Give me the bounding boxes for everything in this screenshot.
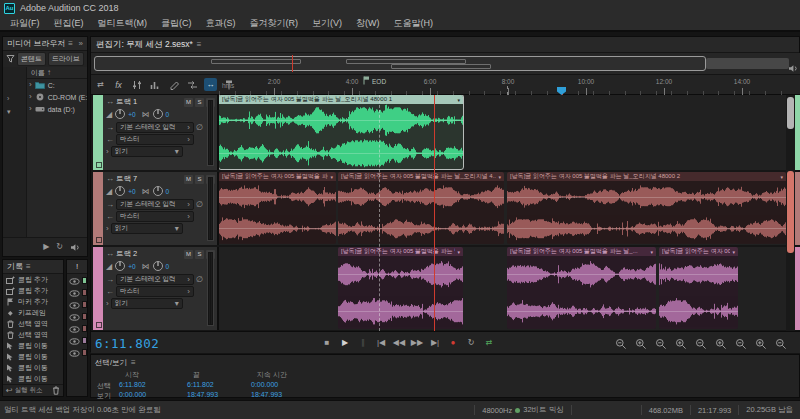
automation-mode-selector[interactable]: 읽기▾ bbox=[111, 223, 183, 234]
menu-item-1[interactable]: 파일(F) bbox=[3, 16, 47, 31]
clip-title-bar[interactable]: [낭독]글 읽어주는 여자 005 불멸떡을 파는 날_오리지널 4...▾ bbox=[338, 172, 504, 181]
track-name[interactable]: 트랙 2 bbox=[116, 249, 182, 259]
menu-item-8[interactable]: 창(W) bbox=[349, 16, 387, 31]
zoom-selection-button[interactable] bbox=[755, 336, 767, 354]
menu-item-6[interactable]: 즐겨찾기(R) bbox=[243, 16, 306, 31]
track-lane[interactable]: [낭독]글 읽어주는 여자 005 불멸떡을 파는 날_오리지널 48000 1… bbox=[219, 95, 786, 170]
effects-rack-icon[interactable]: fx bbox=[112, 78, 125, 91]
clip-menu-icon[interactable]: ▾ bbox=[650, 249, 653, 255]
scrollbar-thumb[interactable] bbox=[787, 97, 794, 129]
history-item[interactable]: 클립 이동 bbox=[3, 351, 63, 362]
zoom-in-point-button[interactable] bbox=[775, 336, 787, 354]
fast-forward-button[interactable]: ▶▶ bbox=[409, 335, 425, 350]
clip-menu-icon[interactable]: ▾ bbox=[457, 97, 460, 103]
loop-preview-icon[interactable]: ↻ bbox=[56, 243, 63, 251]
input-selector[interactable]: 기본 스테레오 입력› bbox=[116, 122, 194, 133]
drive-row[interactable]: ›data (D:) bbox=[27, 103, 87, 115]
mute-button[interactable]: M bbox=[184, 98, 193, 107]
volume-value[interactable]: +0 bbox=[128, 263, 135, 270]
playhead-line[interactable] bbox=[434, 95, 435, 331]
history-item[interactable]: 선택 영역 bbox=[3, 329, 63, 340]
zoom-out-full-button[interactable] bbox=[615, 336, 627, 354]
history-item[interactable]: 키프레임 bbox=[3, 307, 63, 318]
history-item[interactable]: 클립 이동 bbox=[3, 340, 63, 351]
automation-mode-selector[interactable]: 읽기▾ bbox=[111, 146, 183, 157]
slip-tool-icon[interactable] bbox=[186, 78, 199, 91]
menu-item-4[interactable]: 클립(C) bbox=[154, 16, 199, 31]
volume-knob[interactable] bbox=[114, 185, 126, 198]
audio-clip[interactable]: [낭독]글 읽어주는 여자 005 불멸떡을 파는 날_오리지널 48000 1… bbox=[219, 95, 463, 169]
filter-icon[interactable] bbox=[6, 54, 15, 65]
eye-icon[interactable] bbox=[69, 343, 80, 361]
clip-menu-icon[interactable]: ▾ bbox=[330, 174, 333, 180]
chevron-right-icon[interactable]: › bbox=[29, 105, 32, 113]
track-name[interactable]: 트랙 1 bbox=[116, 97, 182, 107]
chevron-right-icon[interactable]: › bbox=[29, 93, 32, 101]
panel-menu-icon[interactable]: ≡ bbox=[26, 263, 31, 271]
pan-value[interactable]: 0 bbox=[166, 111, 170, 118]
menu-item-7[interactable]: 보기(V) bbox=[305, 16, 349, 31]
no-input-monitor-icon[interactable]: ∅ bbox=[196, 124, 203, 132]
volume-value[interactable]: +0 bbox=[128, 188, 135, 195]
selection-value[interactable]: 18:47.993 bbox=[251, 391, 282, 398]
clip-title-bar[interactable]: [낭독]글 읽어주는 여자 005 불멸떡을 파는 날 48...▾ bbox=[659, 247, 738, 256]
input-selector[interactable]: 기본 스테레오 입력› bbox=[116, 274, 194, 285]
razor-tool-icon[interactable] bbox=[168, 78, 181, 91]
history-item[interactable]: 클립 추가 bbox=[3, 285, 63, 296]
undo-label[interactable]: 실행 취소 bbox=[15, 386, 43, 395]
go-to-start-button[interactable]: |◀ bbox=[373, 335, 389, 350]
selection-view-title[interactable]: 선택/보기 ≡ bbox=[95, 358, 136, 368]
loop-playback-button[interactable]: ↻ bbox=[463, 335, 479, 350]
media-browser-tab[interactable]: 미디어 브라우저 ≡ » bbox=[3, 37, 87, 51]
audio-clip[interactable]: [낭독]글 읽어주는 여자 005 불멸떡을 파는 날...▾ bbox=[338, 247, 463, 329]
track-lane[interactable]: [낭독]글 읽어주는 여자 005 불멸떡을 파는 날...▾[낭독]글 읽어주… bbox=[219, 247, 786, 330]
undo-icon[interactable]: ↩ bbox=[6, 387, 13, 395]
history-tab[interactable]: 기록 ≡ bbox=[3, 260, 63, 274]
content-button[interactable]: 콘텐트 bbox=[17, 52, 46, 66]
audio-clip[interactable]: [낭독]글 읽어주는 여자 005 불멸떡을 파는 ...▾ bbox=[219, 172, 336, 244]
drive-row[interactable]: ›C: bbox=[27, 79, 87, 91]
move-tool-icon[interactable]: ↔ bbox=[204, 78, 217, 91]
history-item[interactable]: 마커 추가 bbox=[3, 296, 63, 307]
output-selector[interactable]: 마스터› bbox=[116, 134, 194, 145]
audio-clip[interactable]: [낭독]글 읽어주는 여자 005 불멸떡을 파는 날 48...▾ bbox=[659, 247, 738, 329]
clip-title-bar[interactable]: [낭독]글 읽어주는 여자 005 불멸떡을 파는 날...▾ bbox=[338, 247, 463, 256]
output-selector[interactable]: 마스터› bbox=[116, 286, 194, 297]
clip-menu-icon[interactable]: ▾ bbox=[457, 249, 460, 255]
pan-knob[interactable] bbox=[152, 260, 164, 273]
zoom-out-h-button[interactable] bbox=[715, 336, 727, 354]
clip-title-bar[interactable]: [낭독]글 읽어주는 여자 005 불멸떡을 파는 ...▾ bbox=[219, 172, 336, 181]
name-column-header[interactable]: 이름 ↑ bbox=[27, 67, 87, 79]
clip-menu-icon[interactable]: ▾ bbox=[498, 174, 501, 180]
mute-button[interactable]: M bbox=[184, 175, 193, 184]
preview-play-icon[interactable]: ▶ bbox=[43, 243, 49, 251]
chevron-right-icon[interactable]: › bbox=[29, 81, 32, 89]
pan-knob[interactable] bbox=[152, 108, 164, 121]
mute-button[interactable]: M bbox=[184, 250, 193, 259]
history-item[interactable]: 클립 이동 bbox=[3, 362, 63, 373]
metering-icon[interactable] bbox=[148, 78, 161, 91]
clip-title-bar[interactable]: [낭독]글 읽어주는 여자 005 불멸떡을 파는 날_오리지널 48000 2… bbox=[507, 172, 786, 181]
stop-button[interactable]: ■ bbox=[319, 335, 335, 350]
pan-value[interactable]: 0 bbox=[166, 263, 170, 270]
visibility-row[interactable] bbox=[67, 346, 87, 358]
vertical-scrollbar[interactable] bbox=[786, 95, 795, 331]
menu-item-5[interactable]: 효과(S) bbox=[199, 16, 243, 31]
zoom-in-amplitude-button[interactable] bbox=[675, 336, 687, 354]
scrollbar-thumb-secondary[interactable] bbox=[787, 171, 794, 253]
solo-button[interactable]: S bbox=[195, 250, 204, 259]
selection-value[interactable]: 6:11.802 bbox=[119, 381, 146, 388]
zoom-reset-button[interactable] bbox=[695, 336, 707, 354]
zoom-navigator[interactable] bbox=[91, 53, 800, 75]
drag-handle-icon[interactable]: ↔ bbox=[106, 250, 114, 258]
audio-clip[interactable]: [낭독]글 읽어주는 여자 005 불멸떡을 파는 날_...▾ bbox=[507, 247, 656, 329]
play-button[interactable]: ▶ bbox=[337, 335, 353, 350]
menu-item-3[interactable]: 멀티트랙(M) bbox=[91, 16, 155, 31]
drives-button[interactable]: 드라이브 bbox=[48, 52, 84, 66]
track-name[interactable]: 트랙 7 bbox=[116, 174, 182, 184]
panel-menu-icon[interactable]: ≡ bbox=[131, 359, 136, 367]
history-item[interactable]: 클립 추가 bbox=[3, 274, 63, 285]
selection-value[interactable]: 0:00.000 bbox=[119, 391, 146, 398]
solo-button[interactable]: S bbox=[195, 175, 204, 184]
automation-mode-selector[interactable]: 읽기▾ bbox=[111, 298, 183, 309]
